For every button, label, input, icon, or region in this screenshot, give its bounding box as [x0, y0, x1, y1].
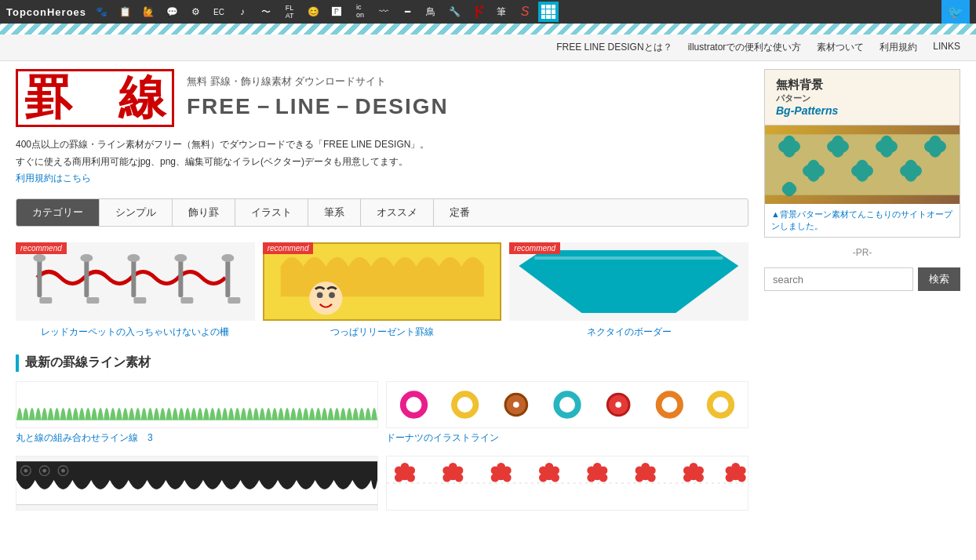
- twitter-button[interactable]: 🐦: [941, 0, 970, 24]
- nav-icon-brush[interactable]: 筆: [491, 2, 512, 22]
- featured-card-1: recommend: [16, 242, 255, 339]
- nav-icon-wrench[interactable]: 🔧: [444, 2, 464, 22]
- nav-icon-person[interactable]: 🙋: [138, 2, 158, 22]
- subnav-links[interactable]: LINKS: [933, 41, 960, 54]
- nav-icon-fl[interactable]: FLAT: [279, 2, 300, 22]
- card-title-3[interactable]: ネクタイのボーダー: [509, 325, 748, 339]
- svg-point-38: [42, 469, 46, 473]
- stripe-banner: [0, 24, 976, 35]
- nav-icon-grid[interactable]: [538, 2, 559, 22]
- search-input[interactable]: [764, 267, 913, 291]
- material-image-zigzag[interactable]: [16, 381, 378, 428]
- cat-item-kazari[interactable]: 飾り罫: [173, 199, 235, 226]
- material-card-flowers: [386, 456, 748, 514]
- svg-point-107: [783, 182, 796, 197]
- cat-item-fude[interactable]: 筆系: [308, 199, 361, 226]
- svg-point-88: [726, 466, 734, 475]
- bottom-material-row: [16, 456, 748, 514]
- svg-point-76: [635, 466, 644, 475]
- nav-icon-ec[interactable]: EC: [209, 2, 229, 22]
- main-wrapper: 罫 線 無料 罫線・飾り線素材 ダウンロードサイト FREE－LINE－DESI…: [0, 61, 976, 533]
- ad-header: 無料背景 パターン Bg-Patterns: [765, 70, 960, 125]
- cat-item-illust[interactable]: イラスト: [235, 199, 308, 226]
- svg-point-31: [667, 402, 673, 408]
- svg-point-45: [406, 474, 415, 482]
- svg-point-36: [24, 469, 28, 473]
- ad-caption[interactable]: ▲背景パターン素材てんこもりのサイトオープンしました。: [765, 204, 960, 237]
- nav-icon-chat[interactable]: 💬: [162, 2, 182, 22]
- brand-logo[interactable]: TopconHeroes: [6, 6, 86, 18]
- cat-item-teiban[interactable]: 定番: [434, 199, 486, 226]
- ad-brand: Bg-Patterns: [776, 104, 949, 117]
- nav-icon-bird[interactable]: 鳥: [421, 2, 441, 22]
- material-card-donuts: ドーナツのイラストライン: [386, 381, 748, 445]
- nav-icon-s[interactable]: S: [515, 2, 535, 22]
- desc-line2: すぐに使える商用利用可能なjpg、png、編集可能なイラレ(ベクター)データも用…: [16, 154, 748, 171]
- subnav-terms[interactable]: 利用規約: [879, 41, 917, 54]
- svg-point-93: [785, 143, 792, 150]
- logo-kanji: 罫 線: [16, 69, 174, 127]
- section-title: 最新の罫線ライン素材: [25, 355, 151, 371]
- material-title-donuts[interactable]: ドーナツのイラストライン: [386, 431, 748, 445]
- nav-icon-smile[interactable]: 😊: [303, 2, 323, 22]
- nav-icon-paw[interactable]: 🐾: [91, 2, 111, 22]
- logo-subtitle: 無料 罫線・飾り線素材 ダウンロードサイト: [187, 75, 449, 89]
- nav-icon-do[interactable]: ド: [468, 2, 488, 22]
- regent-svg: [264, 244, 501, 319]
- material-title-zigzag[interactable]: 丸と線の組み合わせライン線 3: [16, 431, 378, 445]
- nav-icon-wave[interactable]: 〜: [256, 2, 276, 22]
- card-image-2[interactable]: [263, 242, 502, 321]
- card-image-1[interactable]: [16, 242, 255, 321]
- nav-icon-music[interactable]: ♪: [232, 2, 253, 22]
- category-nav: カテゴリー シンプル 飾り罫 イラスト 筆系 オススメ 定番: [16, 198, 748, 227]
- zigzag-svg: [16, 385, 377, 424]
- svg-point-75: [647, 474, 656, 482]
- logo-area: 罫 線 無料 罫線・飾り線素材 ダウンロードサイト FREE－LINE－DESI…: [16, 69, 748, 127]
- svg-point-70: [587, 466, 595, 475]
- svg-point-13: [221, 254, 234, 262]
- svg-point-16: [316, 292, 322, 298]
- svg-point-1: [33, 254, 46, 262]
- nav-icon-line[interactable]: ━: [397, 2, 417, 22]
- svg-point-68: [599, 466, 608, 475]
- svg-point-101: [803, 163, 825, 178]
- svg-rect-2: [39, 297, 52, 304]
- card-title-1[interactable]: レッドカーペットの入っちゃいけないよの柵: [16, 325, 255, 339]
- svg-point-23: [462, 402, 468, 408]
- nav-icon-clip[interactable]: 📋: [115, 2, 135, 22]
- svg-point-74: [647, 466, 656, 475]
- svg-point-7: [127, 254, 140, 262]
- cat-item-all[interactable]: カテゴリー: [16, 199, 100, 226]
- subnav-materials[interactable]: 素材ついて: [817, 41, 864, 54]
- red-carpet-svg: [16, 242, 255, 321]
- material-image-donuts[interactable]: [386, 381, 748, 428]
- nav-icon-icon[interactable]: icon: [350, 2, 370, 22]
- search-button[interactable]: 検索: [918, 267, 960, 291]
- svg-point-95: [827, 139, 849, 154]
- svg-point-97: [876, 139, 898, 154]
- svg-point-82: [683, 466, 692, 475]
- cat-item-osusu[interactable]: オススメ: [361, 199, 434, 226]
- card-image-3[interactable]: [509, 242, 748, 321]
- pr-label: -PR-: [764, 247, 960, 258]
- card-title-2[interactable]: つっぱリリーゼント罫線: [263, 325, 502, 339]
- left-content: 罫 線 無料 罫線・飾り線素材 ダウンロードサイト FREE－LINE－DESI…: [16, 69, 748, 525]
- new-section-header: 最新の罫線ライン素材: [16, 355, 748, 372]
- material-image-flowers[interactable]: [386, 456, 748, 511]
- recommend-badge-1: recommend: [16, 242, 67, 254]
- nav-icon-p[interactable]: 🅿: [326, 2, 347, 22]
- svg-point-71: [587, 474, 595, 482]
- ad-image-area[interactable]: [765, 125, 960, 204]
- ad-header-subtitle: パターン: [776, 93, 949, 104]
- subnav-illustrator[interactable]: illustratorでの便利な使い方: [688, 41, 802, 54]
- svg-point-80: [695, 466, 704, 475]
- svg-rect-8: [133, 297, 146, 304]
- subnav-about[interactable]: FREE LINE DESIGNとは？: [556, 41, 672, 54]
- cat-item-simple[interactable]: シンプル: [100, 199, 173, 226]
- svg-point-40: [61, 469, 65, 473]
- material-image-lace[interactable]: [16, 456, 378, 511]
- nav-icon-squiggle[interactable]: 〰: [373, 2, 394, 22]
- terms-link[interactable]: 利用規約はこちら: [16, 173, 91, 184]
- svg-point-21: [411, 402, 417, 408]
- nav-icon-gear[interactable]: ⚙: [185, 2, 206, 22]
